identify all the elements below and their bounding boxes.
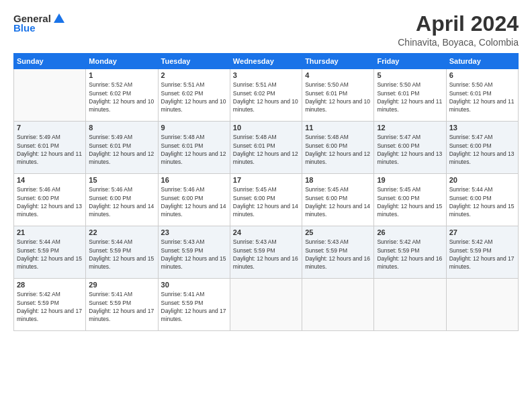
calendar-cell: 30Sunrise: 5:41 AMSunset: 5:59 PMDayligh…	[158, 279, 230, 331]
day-info: Sunrise: 5:49 AMSunset: 6:01 PMDaylight:…	[89, 133, 154, 166]
calendar-cell: 15Sunrise: 5:46 AMSunset: 6:00 PMDayligh…	[86, 174, 158, 226]
day-info: Sunrise: 5:42 AMSunset: 5:59 PMDaylight:…	[17, 290, 83, 323]
calendar-cell: 16Sunrise: 5:46 AMSunset: 6:00 PMDayligh…	[158, 174, 230, 226]
calendar-cell: 8Sunrise: 5:49 AMSunset: 6:01 PMDaylight…	[86, 122, 158, 174]
day-info: Sunrise: 5:42 AMSunset: 5:59 PMDaylight:…	[377, 238, 443, 271]
day-number: 12	[377, 124, 443, 132]
header-thursday: Thursday	[302, 54, 374, 69]
week-row-1: 1Sunrise: 5:52 AMSunset: 6:02 PMDaylight…	[14, 69, 519, 122]
week-row-4: 21Sunrise: 5:44 AMSunset: 5:59 PMDayligh…	[14, 226, 519, 279]
day-number: 17	[233, 176, 299, 184]
day-number: 13	[449, 124, 515, 132]
day-number: 30	[161, 281, 227, 289]
day-number: 29	[89, 281, 154, 289]
calendar-cell: 24Sunrise: 5:43 AMSunset: 5:59 PMDayligh…	[230, 226, 302, 279]
day-number: 2	[161, 71, 227, 79]
day-info: Sunrise: 5:46 AMSunset: 6:00 PMDaylight:…	[161, 185, 227, 218]
day-info: Sunrise: 5:45 AMSunset: 6:00 PMDaylight:…	[377, 185, 443, 218]
week-row-3: 14Sunrise: 5:46 AMSunset: 6:00 PMDayligh…	[14, 174, 519, 226]
day-number: 26	[377, 228, 443, 236]
calendar-cell: 5Sunrise: 5:50 AMSunset: 6:01 PMDaylight…	[374, 69, 446, 122]
calendar-cell: 12Sunrise: 5:47 AMSunset: 6:00 PMDayligh…	[374, 122, 446, 174]
calendar-cell: 4Sunrise: 5:50 AMSunset: 6:01 PMDaylight…	[302, 69, 374, 122]
day-info: Sunrise: 5:46 AMSunset: 6:00 PMDaylight:…	[17, 185, 83, 218]
logo-blue: Blue	[13, 22, 36, 34]
week-row-5: 28Sunrise: 5:42 AMSunset: 5:59 PMDayligh…	[14, 279, 519, 331]
day-number: 19	[377, 176, 443, 184]
header-tuesday: Tuesday	[158, 54, 230, 69]
day-info: Sunrise: 5:42 AMSunset: 5:59 PMDaylight:…	[449, 238, 515, 271]
day-number: 5	[377, 71, 443, 79]
calendar-cell: 11Sunrise: 5:48 AMSunset: 6:00 PMDayligh…	[302, 122, 374, 174]
day-info: Sunrise: 5:51 AMSunset: 6:02 PMDaylight:…	[161, 81, 227, 113]
day-info: Sunrise: 5:43 AMSunset: 5:59 PMDaylight:…	[161, 238, 227, 271]
header-wednesday: Wednesday	[230, 54, 302, 69]
calendar-cell	[230, 279, 302, 331]
day-info: Sunrise: 5:51 AMSunset: 6:02 PMDaylight:…	[233, 81, 299, 113]
calendar-cell: 19Sunrise: 5:45 AMSunset: 6:00 PMDayligh…	[374, 174, 446, 226]
calendar-cell: 7Sunrise: 5:49 AMSunset: 6:01 PMDaylight…	[14, 122, 86, 174]
day-info: Sunrise: 5:50 AMSunset: 6:01 PMDaylight:…	[377, 81, 443, 113]
logo: General Blue	[13, 12, 66, 34]
calendar-cell: 28Sunrise: 5:42 AMSunset: 5:59 PMDayligh…	[14, 279, 86, 331]
header-sunday: Sunday	[14, 54, 86, 69]
calendar-cell	[14, 69, 86, 122]
weekday-header-row: Sunday Monday Tuesday Wednesday Thursday…	[14, 54, 519, 69]
day-info: Sunrise: 5:44 AMSunset: 5:59 PMDaylight:…	[17, 238, 83, 271]
day-info: Sunrise: 5:44 AMSunset: 6:00 PMDaylight:…	[449, 185, 515, 218]
month-title: April 2024	[398, 12, 519, 36]
day-number: 3	[233, 71, 299, 79]
day-number: 16	[161, 176, 227, 184]
day-number: 28	[17, 281, 83, 289]
day-number: 27	[449, 228, 515, 236]
day-info: Sunrise: 5:45 AMSunset: 6:00 PMDaylight:…	[233, 185, 299, 218]
day-number: 9	[161, 124, 227, 132]
day-info: Sunrise: 5:52 AMSunset: 6:02 PMDaylight:…	[89, 81, 154, 113]
day-info: Sunrise: 5:50 AMSunset: 6:01 PMDaylight:…	[305, 81, 371, 113]
day-info: Sunrise: 5:41 AMSunset: 5:59 PMDaylight:…	[161, 290, 227, 323]
calendar-cell: 17Sunrise: 5:45 AMSunset: 6:00 PMDayligh…	[230, 174, 302, 226]
header-saturday: Saturday	[446, 54, 518, 69]
day-number: 7	[17, 124, 83, 132]
calendar-cell: 10Sunrise: 5:48 AMSunset: 6:01 PMDayligh…	[230, 122, 302, 174]
day-number: 22	[89, 228, 154, 236]
day-info: Sunrise: 5:48 AMSunset: 6:01 PMDaylight:…	[161, 133, 227, 166]
day-info: Sunrise: 5:50 AMSunset: 6:01 PMDaylight:…	[449, 81, 515, 113]
day-info: Sunrise: 5:44 AMSunset: 5:59 PMDaylight:…	[89, 238, 154, 271]
calendar-cell: 13Sunrise: 5:47 AMSunset: 6:00 PMDayligh…	[446, 122, 518, 174]
day-number: 25	[305, 228, 371, 236]
day-info: Sunrise: 5:48 AMSunset: 6:01 PMDaylight:…	[233, 133, 299, 166]
logo-icon	[52, 12, 66, 24]
day-number: 8	[89, 124, 154, 132]
calendar-cell: 22Sunrise: 5:44 AMSunset: 5:59 PMDayligh…	[86, 226, 158, 279]
week-row-2: 7Sunrise: 5:49 AMSunset: 6:01 PMDaylight…	[14, 122, 519, 174]
calendar-cell: 2Sunrise: 5:51 AMSunset: 6:02 PMDaylight…	[158, 69, 230, 122]
calendar-cell: 25Sunrise: 5:43 AMSunset: 5:59 PMDayligh…	[302, 226, 374, 279]
day-info: Sunrise: 5:41 AMSunset: 5:59 PMDaylight:…	[89, 290, 154, 323]
day-number: 10	[233, 124, 299, 132]
calendar-page: General Blue April 2024 Chinavita, Boyac…	[0, 0, 532, 411]
calendar-cell: 14Sunrise: 5:46 AMSunset: 6:00 PMDayligh…	[14, 174, 86, 226]
day-info: Sunrise: 5:43 AMSunset: 5:59 PMDaylight:…	[305, 238, 371, 271]
day-info: Sunrise: 5:45 AMSunset: 6:00 PMDaylight:…	[305, 185, 371, 218]
day-info: Sunrise: 5:43 AMSunset: 5:59 PMDaylight:…	[233, 238, 299, 271]
calendar-cell	[374, 279, 446, 331]
day-number: 15	[89, 176, 154, 184]
calendar-table: Sunday Monday Tuesday Wednesday Thursday…	[13, 53, 519, 331]
header: General Blue April 2024 Chinavita, Boyac…	[13, 12, 519, 48]
calendar-cell: 20Sunrise: 5:44 AMSunset: 6:00 PMDayligh…	[446, 174, 518, 226]
header-monday: Monday	[86, 54, 158, 69]
day-number: 21	[17, 228, 83, 236]
calendar-cell: 27Sunrise: 5:42 AMSunset: 5:59 PMDayligh…	[446, 226, 518, 279]
calendar-cell: 26Sunrise: 5:42 AMSunset: 5:59 PMDayligh…	[374, 226, 446, 279]
title-block: April 2024 Chinavita, Boyaca, Colombia	[398, 12, 519, 48]
calendar-cell: 18Sunrise: 5:45 AMSunset: 6:00 PMDayligh…	[302, 174, 374, 226]
day-info: Sunrise: 5:48 AMSunset: 6:00 PMDaylight:…	[305, 133, 371, 166]
calendar-cell	[446, 279, 518, 331]
day-number: 24	[233, 228, 299, 236]
day-number: 18	[305, 176, 371, 184]
svg-marker-0	[54, 13, 64, 23]
calendar-cell	[302, 279, 374, 331]
calendar-cell: 9Sunrise: 5:48 AMSunset: 6:01 PMDaylight…	[158, 122, 230, 174]
day-info: Sunrise: 5:47 AMSunset: 6:00 PMDaylight:…	[377, 133, 443, 166]
